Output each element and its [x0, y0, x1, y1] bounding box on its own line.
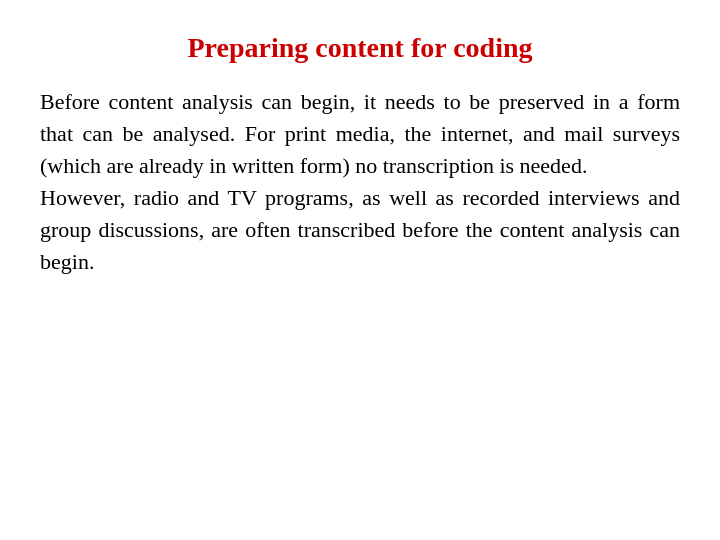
body-paragraph: Before content analysis can begin, it ne…	[40, 86, 680, 277]
page-title: Preparing content for coding	[40, 30, 680, 66]
main-container: Preparing content for coding Before cont…	[40, 30, 680, 278]
